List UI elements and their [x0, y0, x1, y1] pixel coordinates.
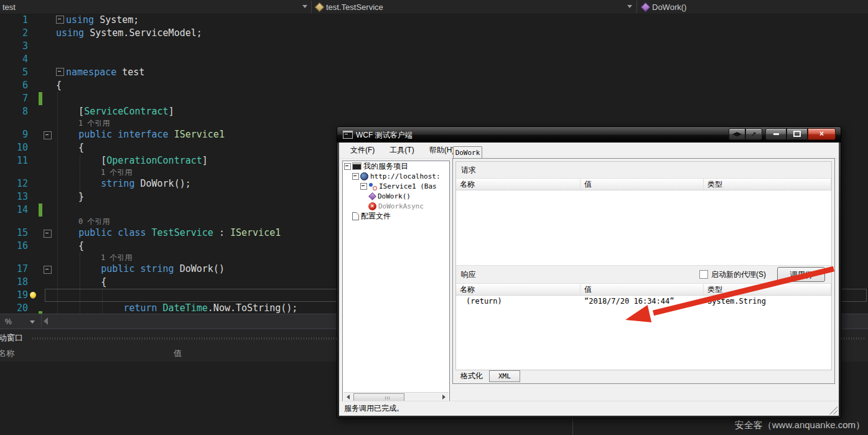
code-text	[53, 92, 56, 105]
line-number: 10	[0, 141, 28, 154]
tree-item-3[interactable]: DoWork()	[343, 191, 449, 201]
fold-collapse-icon[interactable]	[56, 16, 64, 24]
grid-column-header[interactable]: 类型	[704, 284, 831, 295]
start-new-proxy-checkbox[interactable]	[699, 270, 708, 279]
column-header-value[interactable]: 值	[174, 348, 182, 359]
response-section-label: 响应	[461, 269, 476, 280]
chevron-down-icon[interactable]	[302, 5, 307, 8]
code-line-6[interactable]: 6{	[0, 79, 868, 92]
vs-window: test test.TestService DoWork() 1using Sy…	[0, 0, 868, 435]
tree-item-2[interactable]: IService1 (Bas	[343, 181, 449, 191]
lightbulb-icon[interactable]	[30, 292, 36, 298]
response-grid-body: (return)“2018/7/20 16:34:44”System.Strin…	[456, 296, 831, 307]
menu-help[interactable]: 帮助(H)	[429, 145, 455, 156]
line-number: 3	[0, 40, 28, 53]
code-line-8[interactable]: 8 [ServiceContract]	[0, 105, 868, 118]
code-line-3[interactable]: 3	[0, 40, 868, 53]
scroll-left-arrow-icon[interactable]	[347, 395, 350, 400]
zoom-control[interactable]: %	[0, 314, 42, 329]
maximize-button[interactable]	[786, 128, 808, 140]
tab-formatted[interactable]: 格式化	[455, 370, 488, 382]
fold-margin	[43, 53, 53, 66]
grid-column-header[interactable]: 值	[581, 284, 704, 295]
dialog-title: WCF 测试客户端	[356, 130, 413, 141]
dialog-titlebar[interactable]: WCF 测试客户端 ◀▶ ↗ ×	[337, 127, 841, 143]
fold-margin	[43, 141, 53, 154]
fold-collapse-icon[interactable]	[56, 68, 64, 76]
menu-tools[interactable]: 工具(T)	[390, 145, 414, 156]
menu-file[interactable]: 文件(F)	[350, 145, 375, 156]
response-cell: System.String	[704, 296, 831, 307]
tree-item-label: DoWork()	[378, 192, 411, 200]
line-number: 19	[0, 289, 28, 302]
grid-column-header[interactable]: 名称	[456, 284, 581, 295]
scroll-right-arrow-icon[interactable]	[442, 395, 446, 400]
column-header-name[interactable]: 名称	[0, 348, 14, 359]
tree-expander-icon[interactable]	[344, 163, 351, 170]
nav-pair-button[interactable]: ◀▶	[729, 128, 745, 140]
grid-column-header[interactable]: 值	[581, 179, 704, 190]
gutter-margin	[28, 141, 43, 154]
tree-expander-icon[interactable]	[360, 183, 367, 190]
gutter-margin	[28, 154, 43, 167]
tree-item-5[interactable]: 配置文件	[343, 211, 449, 221]
tab-dowork[interactable]: DoWork	[453, 146, 482, 159]
type-dropdown[interactable]: test.TestService	[312, 0, 631, 14]
line-number: 9	[0, 128, 28, 141]
code-text: using System;	[53, 14, 139, 27]
gutter-margin	[28, 53, 43, 66]
line-number: 11	[0, 154, 28, 167]
response-row[interactable]: (return)“2018/7/20 16:34:44”System.Strin…	[456, 296, 831, 307]
popout-button[interactable]: ↗	[745, 128, 762, 140]
line-number: 1	[0, 14, 28, 27]
code-line-2[interactable]: 2using System.ServiceModel;	[0, 27, 868, 40]
tree-item-4[interactable]: ×DoWorkAsync	[343, 201, 449, 211]
code-text: [ServiceContract]	[53, 105, 174, 118]
gutter-margin	[28, 240, 43, 253]
fold-margin	[43, 190, 53, 203]
code-text: {	[53, 240, 84, 253]
fold-margin	[43, 105, 53, 118]
tree-item-label: DoWorkAsync	[378, 202, 424, 210]
code-text: {	[53, 276, 106, 289]
code-text: {	[53, 79, 62, 92]
code-text: }	[53, 190, 84, 203]
tree-item-0[interactable]: 我的服务项目	[343, 161, 449, 171]
fold-collapse-icon[interactable]	[44, 230, 52, 238]
invoke-button[interactable]: 调用(I)	[777, 267, 825, 282]
grid-column-header[interactable]: 类型	[704, 179, 831, 190]
tree-expander-icon[interactable]	[352, 173, 359, 180]
gutter-margin	[28, 14, 43, 27]
class-icon	[315, 2, 325, 12]
member-dropdown[interactable]: DoWork()	[638, 0, 868, 14]
view-switch-tabs: 格式化 XML	[455, 370, 520, 382]
code-line-1[interactable]: 1using System;	[0, 14, 868, 27]
type-dropdown-label: test.TestService	[326, 2, 383, 12]
panel-title: 动窗口	[0, 332, 23, 344]
tab-xml[interactable]: XML	[489, 370, 520, 382]
tree-item-1[interactable]: http://localhost:	[343, 171, 449, 181]
fold-collapse-icon[interactable]	[44, 266, 52, 274]
line-number: 5	[0, 66, 28, 79]
request-grid-body[interactable]	[456, 190, 831, 265]
minimize-icon	[773, 133, 779, 135]
fold-collapse-icon[interactable]	[44, 131, 52, 139]
gutter-margin	[28, 190, 43, 203]
dialog-status-bar: 服务调用已完成。	[339, 401, 839, 416]
gutter-margin	[28, 128, 43, 141]
close-button[interactable]: ×	[808, 128, 836, 140]
code-line-7[interactable]: 7	[0, 92, 868, 105]
chevron-down-icon[interactable]	[627, 5, 632, 8]
gutter-margin	[28, 105, 43, 118]
gutter-margin	[28, 289, 43, 302]
resize-grip[interactable]	[829, 406, 838, 414]
fold-margin	[43, 128, 53, 141]
scroll-left-arrow-icon[interactable]	[44, 317, 48, 325]
tree-horizontal-scrollbar[interactable]	[343, 392, 449, 401]
minimize-button[interactable]	[765, 128, 786, 140]
code-line-4[interactable]: 4	[0, 53, 868, 66]
code-line-5[interactable]: 5namespace test	[0, 66, 868, 79]
project-dropdown[interactable]: test	[0, 0, 312, 14]
request-grid-header: 名称值类型	[456, 179, 831, 190]
grid-column-header[interactable]: 名称	[456, 179, 581, 190]
